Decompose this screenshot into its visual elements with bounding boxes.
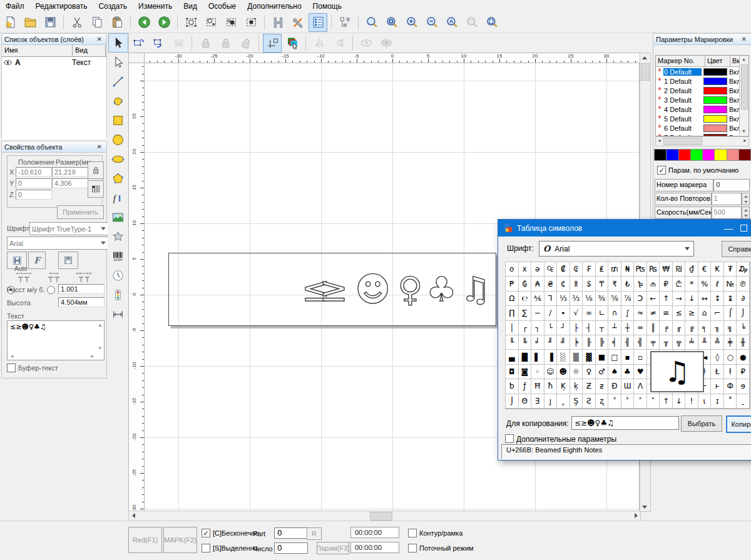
repeat-count-spinner[interactable] xyxy=(742,193,750,205)
char-cell[interactable]: ╔ xyxy=(685,320,698,335)
char-cell[interactable]: Θ xyxy=(518,394,532,409)
char-cell[interactable]: ₱ xyxy=(505,276,519,291)
char-cell[interactable]: █ xyxy=(518,349,532,364)
lock-x-button[interactable] xyxy=(196,34,215,53)
char-cell[interactable]: ∟ xyxy=(595,305,609,320)
menu-item[interactable]: Изменить xyxy=(133,1,178,12)
scroll-left-icon[interactable]: ◄ xyxy=(9,354,14,359)
node-rotate-button[interactable] xyxy=(242,13,260,32)
char-cell[interactable]: ˍ xyxy=(736,394,750,409)
param-button[interactable]: Парам(F3) xyxy=(317,542,349,554)
char-cell[interactable]: Ǝ xyxy=(531,394,544,409)
text-object-frame[interactable]: ≤≥☻♀♣♫ xyxy=(168,253,496,326)
char-cell[interactable]: ₢ xyxy=(570,262,583,277)
char-cell[interactable]: ₳ xyxy=(531,276,544,291)
char-cell[interactable]: ═ xyxy=(633,320,647,335)
menu-item[interactable]: Создать xyxy=(93,1,133,12)
italic-button[interactable]: F xyxy=(28,252,46,269)
char-cell[interactable]: ┤ xyxy=(582,320,596,335)
io-control-tool[interactable] xyxy=(108,285,128,305)
advanced-params-checkbox[interactable] xyxy=(505,434,514,443)
char-cell[interactable]: → xyxy=(672,291,686,306)
char-cell[interactable]: ħ xyxy=(544,379,558,394)
rotate-copy-button[interactable] xyxy=(149,34,168,53)
char-cell[interactable]: ╡ xyxy=(608,335,621,350)
char-cell[interactable]: ˅ xyxy=(646,394,660,409)
palette-swatch[interactable] xyxy=(654,149,667,161)
char-cell[interactable]: ▒ xyxy=(570,349,583,364)
char-cell[interactable]: ⌐ xyxy=(710,305,724,320)
char-cell[interactable]: ₣ xyxy=(582,262,596,277)
char-cell[interactable]: * xyxy=(685,276,698,291)
char-cell[interactable]: ╠ xyxy=(595,335,609,350)
spacing-tool[interactable] xyxy=(108,305,128,324)
char-cell[interactable]: ▐ xyxy=(544,349,558,364)
char-cell[interactable]: ∙ xyxy=(556,305,570,320)
menu-item[interactable]: Особые xyxy=(203,1,242,12)
char-cell[interactable]: ╧ xyxy=(685,335,698,350)
char-cell[interactable]: ╚ xyxy=(518,335,532,350)
char-cell[interactable]: ▌ xyxy=(531,349,544,364)
zoom-center-button[interactable] xyxy=(382,13,401,32)
scroll-up-icon[interactable]: ▲ xyxy=(742,57,746,61)
char-cell[interactable]: ╖ xyxy=(710,320,724,335)
char-cell[interactable]: ░ xyxy=(556,349,570,364)
cut-button[interactable] xyxy=(68,13,86,32)
zoom-selection-button[interactable] xyxy=(462,13,481,32)
char-cell[interactable]: □ xyxy=(608,349,621,364)
scroll-right-icon[interactable] xyxy=(631,511,640,520)
node-edit-tool[interactable] xyxy=(108,53,128,72)
char-cell[interactable]: Ɖ xyxy=(608,379,621,394)
scroll-left-icon[interactable]: ◄ xyxy=(657,138,662,143)
char-cell[interactable]: ⅛ xyxy=(582,291,596,306)
char-cell[interactable]: ⌡ xyxy=(736,305,750,320)
char-cell[interactable]: √ xyxy=(570,305,583,320)
char-cell[interactable]: ₸ xyxy=(595,276,609,291)
open-file-button[interactable] xyxy=(21,13,39,32)
char-cell[interactable]: ͱ xyxy=(710,379,724,394)
text-tool[interactable]: fI xyxy=(108,188,128,208)
char-cell[interactable]: ⅂ xyxy=(544,291,558,306)
char-cell[interactable]: ↓ xyxy=(672,394,686,409)
part-count-input[interactable] xyxy=(274,527,308,539)
palette-swatch[interactable] xyxy=(727,149,739,161)
char-cell[interactable]: ∫ xyxy=(621,305,635,320)
char-cell[interactable]: ℓ xyxy=(710,276,724,291)
char-cell[interactable]: ≈ xyxy=(633,305,647,320)
char-height-field[interactable]: 4.504мм xyxy=(58,297,105,307)
char-cell[interactable]: ≥ xyxy=(685,305,698,320)
char-cell[interactable]: ↑ xyxy=(659,394,673,409)
palette-swatch[interactable] xyxy=(714,149,727,161)
char-cell[interactable]: ↔ xyxy=(698,291,712,306)
char-cell[interactable]: ₦ xyxy=(621,262,635,277)
select-char-button[interactable]: Выбрать xyxy=(681,415,722,432)
buffer-text-checkbox[interactable] xyxy=(7,364,16,372)
object-list-toggle-button[interactable] xyxy=(309,13,327,32)
menu-item[interactable]: Вид xyxy=(178,1,203,12)
char-cell[interactable]: ▓ xyxy=(582,349,596,364)
char-cell[interactable]: ↨ xyxy=(723,291,737,306)
scroll-up-icon[interactable] xyxy=(640,53,649,62)
char-cell[interactable]: ╞ xyxy=(570,335,583,350)
char-cell[interactable]: ▫ xyxy=(633,349,647,364)
char-cell[interactable]: ╫ xyxy=(736,335,750,350)
char-cell[interactable]: ╙ xyxy=(505,335,519,350)
system-tools-button[interactable] xyxy=(289,13,307,32)
char-cell[interactable]: Ƨ xyxy=(582,394,596,409)
char-cell[interactable]: ə xyxy=(531,262,544,277)
marker-color-layers-button[interactable] xyxy=(283,34,302,53)
char-cell[interactable]: ⌠ xyxy=(723,305,737,320)
ellipse-tool[interactable] xyxy=(108,150,128,169)
char-cell[interactable]: ╤ xyxy=(646,335,660,350)
char-cell[interactable]: ╘ xyxy=(736,320,750,335)
char-cell[interactable]: ł xyxy=(723,364,737,379)
column-marker-no[interactable]: Маркер No. xyxy=(656,56,705,66)
font-type-select[interactable]: Шрифт TrueType-1 xyxy=(29,222,108,235)
char-cell[interactable]: ☼ xyxy=(570,364,583,379)
char-cell[interactable]: ∂ xyxy=(736,291,750,306)
scroll-left-icon[interactable] xyxy=(129,511,138,520)
char-cell[interactable]: ┬ xyxy=(595,320,609,335)
char-cell[interactable]: ₫ xyxy=(685,262,698,277)
object-row[interactable]: A Текст xyxy=(4,58,105,67)
char-cell[interactable]: ≠ xyxy=(646,305,660,320)
